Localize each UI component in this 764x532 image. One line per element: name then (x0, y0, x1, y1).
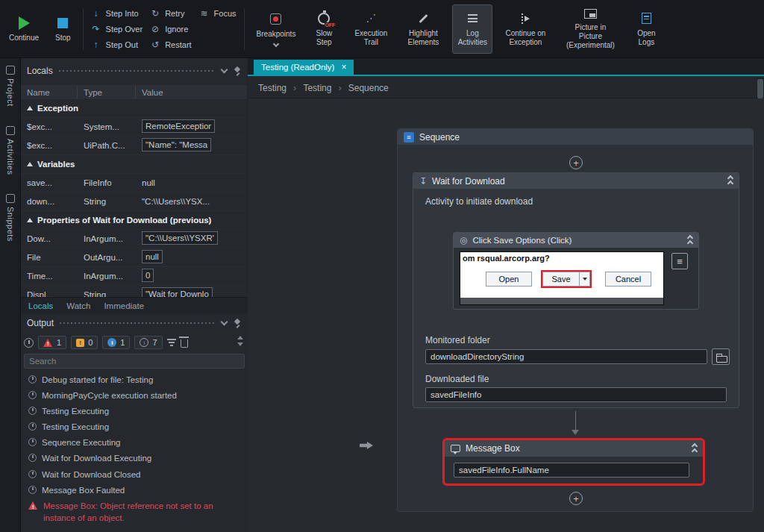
warnings-filter-button[interactable]: ! 0 (71, 336, 98, 349)
sequence-header[interactable]: ≡ Sequence (398, 129, 753, 145)
browse-folder-button[interactable] (712, 348, 730, 365)
log-entry[interactable]: Wait for Download Closed (21, 466, 248, 482)
step-out-button[interactable]: ↑ Step Out (91, 38, 143, 52)
collapse-icon[interactable] (692, 444, 697, 454)
timestamps-toggle-icon[interactable] (24, 338, 34, 348)
cell-value[interactable]: null (136, 178, 248, 187)
add-activity-button[interactable]: + (569, 156, 583, 169)
activity-options-button[interactable]: ≡ (671, 253, 688, 269)
tab-watch[interactable]: Watch (66, 301, 90, 310)
log-entry[interactable]: Message Box Faulted (21, 482, 248, 498)
table-row[interactable]: Dow... InArgum... "C:\\Users\\YSXR' (21, 230, 248, 248)
downloaded-file-input[interactable] (425, 387, 727, 402)
table-row[interactable]: down... String "C:\\Users\\YSX... (21, 193, 248, 211)
log-entry[interactable]: Testing Executing (21, 403, 248, 419)
table-row[interactable]: $exc... System... RemoteExceptior (21, 118, 248, 137)
table-row[interactable]: Time... InArgum... 0 (21, 267, 248, 286)
log-text: Testing Executing (42, 405, 109, 417)
picture-in-picture-button[interactable]: Picture in Picture (Experimental) (558, 4, 622, 54)
highlight-elements-button[interactable]: Highlight Elements (401, 4, 445, 54)
cell-value[interactable]: 0 (142, 269, 154, 282)
cell-value[interactable]: "Name": "Messa (142, 138, 211, 151)
pin-icon[interactable] (233, 319, 242, 328)
breadcrumb-item[interactable]: Testing (303, 83, 331, 93)
sidebar-item-project[interactable]: Project (6, 66, 15, 107)
breadcrumb-item[interactable]: Sequence (348, 83, 389, 93)
log-entry[interactable]: MorningPayCycle execution started (21, 387, 248, 403)
sequence-activity[interactable]: ≡ Sequence + ↧ Wait for Download Activit… (397, 128, 754, 512)
message-box-activity[interactable]: Message Box (442, 438, 705, 486)
wait-for-download-header[interactable]: ↧ Wait for Download (413, 173, 739, 189)
log-text: Wait for Download Closed (42, 469, 141, 481)
log-entry[interactable]: Wait for Download Executing (21, 450, 248, 466)
monitored-folder-input[interactable] (425, 349, 707, 364)
chevron-down-icon[interactable] (221, 319, 228, 326)
tab-locals[interactable]: Locals (28, 301, 53, 310)
sidebar-item-snippets[interactable]: Snippets (6, 194, 15, 242)
execution-trail-button[interactable]: ⋰ Execution Trail (348, 4, 394, 54)
click-activity-header[interactable]: ◎ Click Save Options (Click) (454, 233, 698, 248)
add-activity-button[interactable]: + (569, 492, 583, 505)
log-info-icon (28, 407, 37, 415)
click-save-options-activity[interactable]: ◎ Click Save Options (Click) om rsqual.a… (453, 232, 699, 310)
workflow-canvas[interactable]: ≡ Sequence + ↧ Wait for Download Activit… (248, 98, 764, 532)
continue-button[interactable]: Continue (4, 4, 43, 54)
errors-filter-button[interactable]: 1 (38, 336, 66, 349)
retry-button[interactable]: ↻ Retry (150, 7, 191, 21)
collapse-icon[interactable] (728, 176, 733, 186)
tab-testing-readonly[interactable]: Testing (ReadOnly) × (254, 60, 354, 75)
group-row[interactable]: Properties of Wait for Download (previou… (21, 211, 248, 230)
cell-value[interactable]: "Wait for Downlo (142, 287, 213, 297)
log-activities-button[interactable]: Log Activities (452, 4, 492, 54)
collapse-icon[interactable] (688, 236, 692, 245)
cell-value[interactable]: "C:\\Users\\YSX... (136, 197, 248, 206)
wait-for-download-activity[interactable]: ↧ Wait for Download Activity to initiate… (413, 172, 739, 408)
table-row[interactable]: Displ... String "Wait for Downlo (21, 286, 248, 297)
focus-button[interactable]: ≋ Focus (199, 7, 237, 21)
pin-icon[interactable] (233, 66, 242, 76)
output-search-input[interactable] (24, 354, 245, 369)
restart-button[interactable]: ↺ Restart (150, 38, 191, 52)
column-name[interactable]: Name (21, 85, 78, 99)
output-scroll-arrows[interactable] (237, 336, 243, 346)
column-type[interactable]: Type (78, 85, 136, 99)
sidebar-item-activities[interactable]: Activities (6, 126, 15, 175)
cell-type: InArgum... (78, 234, 136, 243)
close-icon[interactable]: × (341, 63, 346, 72)
filter-options-button[interactable] (167, 339, 176, 346)
clear-output-button[interactable] (181, 339, 188, 348)
step-over-button[interactable]: ↷ Step Over (91, 22, 143, 37)
column-value[interactable]: Value (136, 85, 248, 99)
cell-value[interactable]: "C:\\Users\\YSXR' (142, 231, 218, 245)
step-into-label: Step Into (106, 9, 139, 18)
target-screenshot[interactable]: om rsqual.arcorp.arg? Open Save Cancel (460, 251, 664, 305)
stop-button[interactable]: Stop (51, 4, 75, 54)
breakpoints-button[interactable]: Breakpoints (252, 4, 301, 54)
slow-step-button[interactable]: OFF Slow Step (307, 4, 340, 54)
table-row[interactable]: save... FileInfo null (21, 174, 248, 193)
message-box-input[interactable] (454, 463, 689, 478)
cell-value[interactable]: RemoteExceptior (142, 119, 215, 133)
cell-value[interactable]: null (142, 250, 163, 263)
continue-on-exception-button[interactable]: Continue on Exception (500, 4, 551, 54)
tab-immediate[interactable]: Immediate (104, 301, 144, 310)
trace-filter-button[interactable]: i 7 (134, 336, 162, 349)
table-row[interactable]: $exc... UiPath.C... "Name": "Messa (21, 137, 248, 155)
open-logs-button[interactable]: Open Logs (630, 4, 663, 54)
output-panel-header[interactable]: Output (21, 315, 248, 331)
ignore-button[interactable]: ⊘ Ignore (150, 22, 191, 37)
log-entry[interactable]: Debug started for file: Testing (21, 372, 248, 387)
locals-panel-header[interactable]: Locals (21, 63, 248, 79)
group-row[interactable]: Exception (21, 99, 248, 118)
log-entry[interactable]: Sequence Executing (21, 434, 248, 450)
log-entry[interactable]: Testing Executing (21, 419, 248, 434)
table-row[interactable]: File OutArgu... null (21, 248, 248, 267)
step-into-button[interactable]: ↓ Step Into (91, 7, 143, 21)
scrollbar-thumb[interactable] (757, 79, 763, 98)
group-row[interactable]: Variables (21, 155, 248, 174)
chevron-down-icon[interactable] (221, 66, 228, 74)
info-filter-button[interactable]: i 1 (102, 336, 130, 349)
breadcrumb-item[interactable]: Testing (258, 83, 286, 93)
log-entry-error[interactable]: Message Box: Object reference not set to… (21, 498, 248, 525)
message-box-header[interactable]: Message Box (445, 440, 703, 457)
